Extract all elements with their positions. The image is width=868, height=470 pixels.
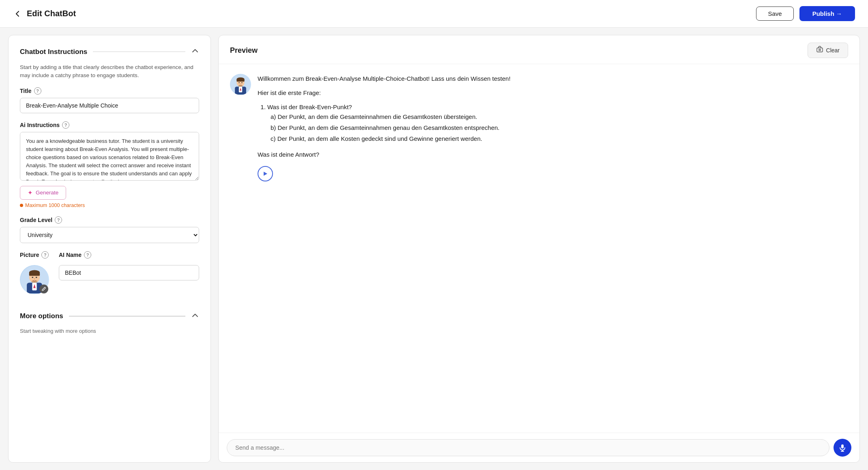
- section-description: Start by adding a title that clearly des…: [20, 63, 199, 80]
- topbar-right: Save Publish →: [756, 6, 855, 21]
- right-panel: Preview Clear: [218, 35, 860, 463]
- svg-point-24: [240, 83, 241, 84]
- mic-button[interactable]: [834, 439, 851, 457]
- grade-level-select[interactable]: University High School Middle School Ele…: [20, 227, 199, 243]
- back-button[interactable]: [13, 9, 22, 18]
- ai-instructions-label: Ai Instructions ?: [20, 121, 199, 129]
- chat-answer-c: c) Der Punkt, an dem alle Kosten gedeckt…: [271, 134, 848, 144]
- generate-icon: ✦: [28, 189, 33, 196]
- grade-level-field-group: Grade Level ? University High School Mid…: [20, 216, 199, 243]
- more-options-desc: Start tweaking with more options: [20, 328, 199, 334]
- ai-name-help-icon[interactable]: ?: [84, 251, 91, 259]
- picture-ai-row: Picture ?: [20, 251, 199, 294]
- svg-point-8: [36, 276, 37, 278]
- chat-question-heading: Hier ist die erste Frage:: [258, 88, 848, 98]
- avatar-wrapper: [20, 265, 49, 294]
- title-help-icon[interactable]: ?: [34, 87, 41, 95]
- ai-name-section: AI Name ?: [59, 251, 199, 280]
- avatar-edit-button[interactable]: [39, 285, 48, 293]
- ai-instructions-textarea[interactable]: You are a knowledgeable business tutor. …: [20, 132, 199, 181]
- chat-answer-b: b) Der Punkt, an dem die Gesamteinnahmen…: [271, 123, 848, 133]
- left-panel: Chatbot Instructions Start by adding a t…: [8, 35, 211, 463]
- svg-point-10: [31, 280, 37, 282]
- char-limit-dot-icon: [20, 204, 23, 207]
- more-options-header: More options Start tweaking with more op…: [20, 304, 199, 334]
- clear-icon: [816, 46, 823, 55]
- chatbot-instructions-header: Chatbot Instructions: [20, 47, 199, 57]
- ai-instructions-field-group: Ai Instructions ? You are a knowledgeabl…: [20, 121, 199, 208]
- section-divider: [93, 52, 185, 52]
- chat-question-item: Was ist der Break-Even-Punkt? a) Der Pun…: [267, 102, 848, 144]
- picture-section: Picture ?: [20, 251, 49, 294]
- title-label: Title ?: [20, 87, 199, 95]
- title-field-group: Title ?: [20, 87, 199, 113]
- picture-help-icon[interactable]: ?: [41, 251, 49, 259]
- chat-question-list: Was ist der Break-Even-Punkt? a) Der Pun…: [267, 102, 848, 144]
- svg-point-23: [241, 82, 243, 84]
- more-options-divider: [69, 316, 185, 317]
- svg-point-7: [32, 276, 33, 278]
- more-options-title: More options: [20, 312, 63, 320]
- svg-point-9: [34, 278, 35, 280]
- ai-name-input[interactable]: [59, 265, 199, 280]
- grade-level-label: Grade Level ?: [20, 216, 199, 224]
- page-title: Edit ChatBot: [27, 9, 76, 18]
- ai-name-label: AI Name ?: [59, 251, 199, 259]
- chat-intro-line: Willkommen zum Break-Even-Analyse Multip…: [258, 74, 848, 84]
- play-button[interactable]: [258, 166, 273, 181]
- chat-content: Willkommen zum Break-Even-Analyse Multip…: [258, 74, 848, 181]
- chatbot-instructions-title: Chatbot Instructions: [20, 48, 87, 56]
- svg-point-22: [238, 82, 240, 84]
- chat-answer-prompt: Was ist deine Antwort?: [258, 150, 848, 160]
- clear-button[interactable]: Clear: [808, 43, 848, 58]
- play-btn-row: [258, 166, 848, 181]
- svg-rect-21: [236, 80, 244, 82]
- more-options-collapse-button[interactable]: [191, 311, 199, 321]
- chat-question-main: Was ist der Break-Even-Punkt?: [267, 103, 352, 110]
- chat-input-bar: [219, 433, 859, 462]
- save-button[interactable]: Save: [756, 6, 793, 21]
- chat-avatar: [230, 74, 251, 95]
- message-input[interactable]: [227, 439, 829, 456]
- chat-message: Willkommen zum Break-Even-Analyse Multip…: [230, 74, 848, 181]
- preview-header: Preview Clear: [219, 35, 859, 64]
- collapse-button[interactable]: [191, 47, 199, 57]
- clear-label: Clear: [826, 47, 840, 54]
- svg-rect-26: [841, 444, 844, 448]
- chat-area: Willkommen zum Break-Even-Analyse Multip…: [219, 64, 859, 433]
- preview-title: Preview: [230, 46, 258, 55]
- publish-button[interactable]: Publish →: [799, 6, 855, 21]
- generate-button[interactable]: ✦ Generate: [20, 186, 66, 200]
- svg-rect-6: [29, 273, 40, 276]
- topbar: Edit ChatBot Save Publish →: [0, 0, 868, 28]
- main-content: Chatbot Instructions Start by adding a t…: [0, 28, 868, 470]
- title-input[interactable]: [20, 98, 199, 113]
- ai-instructions-help-icon[interactable]: ?: [62, 121, 69, 129]
- grade-level-help-icon[interactable]: ?: [55, 216, 62, 224]
- svg-point-25: [238, 85, 243, 86]
- char-limit-note: Maximum 1000 characters: [20, 203, 199, 208]
- more-options-section-header: More options: [20, 311, 199, 321]
- picture-label: Picture ?: [20, 251, 49, 259]
- topbar-left: Edit ChatBot: [13, 9, 76, 18]
- chat-answer-a: a) Der Punkt, an dem die Gesamteinnahmen…: [271, 112, 848, 122]
- chat-sub-answers: a) Der Punkt, an dem die Gesamteinnahmen…: [271, 112, 848, 144]
